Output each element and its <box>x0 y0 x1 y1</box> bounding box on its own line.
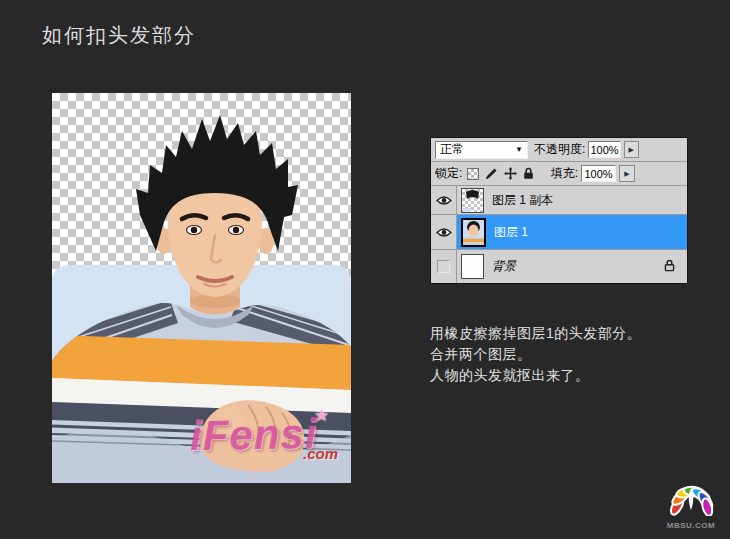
lock-label: 锁定: <box>435 165 462 182</box>
visibility-toggle[interactable] <box>431 215 457 249</box>
fill-label: 填充: <box>551 165 578 182</box>
blend-opacity-row: 正常 ▼ 不透明度: 100% ▶ <box>431 138 687 162</box>
lock-paint-brush-icon[interactable] <box>485 167 498 180</box>
layer-name: 背景 <box>492 258 516 275</box>
opacity-input[interactable]: 100% <box>588 141 620 158</box>
instruction-text: 用橡皮擦擦掉图层1的头发部分。 合并两个图层。 人物的头发就抠出来了。 <box>430 323 641 386</box>
watermark-star-icon: ★ <box>314 405 329 426</box>
instruction-line: 合并两个图层。 <box>430 344 641 365</box>
opacity-slider-button[interactable]: ▶ <box>624 141 639 158</box>
lock-all-icon[interactable] <box>523 167 534 180</box>
eye-icon <box>436 227 452 238</box>
visibility-toggle[interactable] <box>431 186 457 214</box>
layer-lock-icon <box>664 259 675 275</box>
lock-transparency-icon[interactable] <box>467 168 479 180</box>
tutorial-slide: 如何扣头发部分 <box>0 0 730 539</box>
lock-fill-row: 锁定: <box>431 162 687 186</box>
layer-name: 图层 1 副本 <box>492 192 553 209</box>
eye-icon <box>436 195 452 206</box>
watermark: iFensi <box>190 410 318 460</box>
watermark-suffix: .com <box>303 445 338 462</box>
lock-position-move-icon[interactable] <box>504 167 517 180</box>
fill-input[interactable]: 100% <box>581 165 616 182</box>
instruction-line: 用橡皮擦擦掉图层1的头发部分。 <box>430 323 641 344</box>
fill-slider-button[interactable]: ▶ <box>619 165 635 182</box>
peacock-logo-icon <box>665 474 717 516</box>
blend-mode-value: 正常 <box>440 141 464 158</box>
page-title: 如何扣头发部分 <box>42 22 196 49</box>
blend-mode-select[interactable]: 正常 ▼ <box>435 141 528 159</box>
instruction-line: 人物的头发就抠出来了。 <box>430 365 641 386</box>
site-logo: MBSU.COM <box>658 474 724 530</box>
layers-panel: 正常 ▼ 不透明度: 100% ▶ 锁定: <box>430 137 688 284</box>
layer-row-copy[interactable]: 图层 1 副本 <box>431 186 687 215</box>
eye-off-box <box>437 260 450 273</box>
layer-row-background[interactable]: 背景 <box>431 250 687 283</box>
photo-canvas: iFensi ★ .com <box>52 93 351 483</box>
visibility-toggle[interactable] <box>431 250 457 283</box>
layer-row-selected[interactable]: 图层 1 <box>431 215 687 250</box>
chevron-down-icon: ▼ <box>515 145 523 154</box>
layer-thumbnail[interactable] <box>461 254 484 279</box>
logo-text: MBSU.COM <box>658 521 724 530</box>
layer-thumbnail[interactable] <box>461 218 486 247</box>
layer-name: 图层 1 <box>494 224 528 241</box>
opacity-label: 不透明度: <box>534 141 585 158</box>
layer-thumbnail[interactable] <box>461 188 484 213</box>
